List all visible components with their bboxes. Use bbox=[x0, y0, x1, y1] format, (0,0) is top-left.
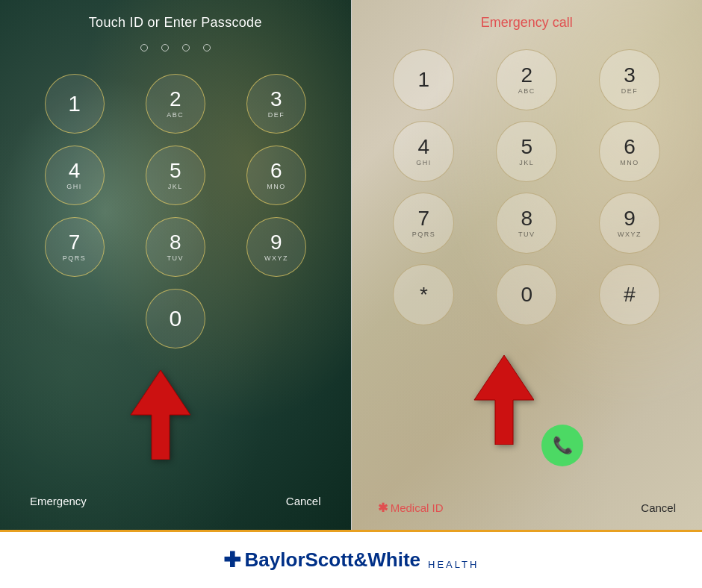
medical-id-star: ✱ bbox=[378, 501, 388, 514]
right-key-star[interactable]: * bbox=[393, 264, 454, 325]
screens-row: Touch ID or Enter Passcode 1 2 ABC 3 bbox=[0, 0, 702, 530]
right-key-3[interactable]: 3 DEF bbox=[599, 49, 660, 110]
key-2[interactable]: 2 ABC bbox=[146, 74, 205, 134]
right-key-1[interactable]: 1 bbox=[393, 49, 454, 110]
right-key-8[interactable]: 8 TUV bbox=[496, 193, 557, 254]
right-key-6[interactable]: 6 MNO bbox=[599, 121, 660, 182]
right-key-9[interactable]: 9 WXYZ bbox=[599, 193, 660, 254]
key-7[interactable]: 7 PQRS bbox=[45, 217, 105, 277]
right-key-5[interactable]: 5 JKL bbox=[496, 121, 557, 182]
right-key-0[interactable]: 0 bbox=[496, 264, 557, 325]
key-9[interactable]: 9 WXYZ bbox=[246, 217, 306, 277]
call-button[interactable]: 📞 bbox=[541, 425, 583, 466]
right-key-7[interactable]: 7 PQRS bbox=[393, 193, 454, 254]
key-1[interactable]: 1 bbox=[45, 74, 105, 134]
left-panel: Touch ID or Enter Passcode 1 2 ABC 3 bbox=[0, 0, 351, 530]
key-5[interactable]: 5 JKL bbox=[146, 146, 205, 205]
right-arrow bbox=[459, 355, 534, 448]
phone-icon: 📞 bbox=[553, 436, 573, 455]
passcode-dots bbox=[140, 44, 211, 51]
right-key-4[interactable]: 4 GHI bbox=[393, 121, 454, 182]
right-bottom-area: ✱ Medical ID Cancel bbox=[352, 501, 703, 515]
key-3[interactable]: 3 DEF bbox=[246, 74, 306, 134]
dot-3 bbox=[182, 44, 190, 51]
svg-marker-1 bbox=[474, 355, 534, 445]
baylor-health-text: HEALTH bbox=[428, 559, 479, 570]
left-arrow bbox=[116, 370, 190, 463]
footer: ✚ BaylorScott&White HEALTH bbox=[0, 530, 702, 588]
right-key-hash[interactable]: # bbox=[599, 264, 660, 325]
left-cancel-button[interactable]: Cancel bbox=[286, 495, 321, 507]
right-panel: Emergency call 1 2 ABC 3 DEF 4 GHI bbox=[352, 0, 703, 530]
right-key-2[interactable]: 2 ABC bbox=[496, 49, 557, 110]
emergency-button[interactable]: Emergency bbox=[30, 495, 87, 507]
dot-2 bbox=[161, 44, 169, 51]
emergency-call-title: Emergency call bbox=[481, 15, 573, 31]
key-8[interactable]: 8 TUV bbox=[146, 217, 205, 277]
baylor-logo: ✚ BaylorScott&White HEALTH bbox=[223, 548, 479, 572]
key-4[interactable]: 4 GHI bbox=[45, 146, 105, 205]
right-keypad: 1 2 ABC 3 DEF 4 GHI 5 JKL bbox=[352, 49, 703, 325]
right-cancel-button[interactable]: Cancel bbox=[641, 501, 676, 514]
baylor-name-text: BaylorScott&White bbox=[245, 548, 420, 572]
left-bottom-row: Emergency Cancel bbox=[0, 495, 351, 507]
lock-screen-title: Touch ID or Enter Passcode bbox=[89, 15, 262, 31]
dot-4 bbox=[203, 44, 211, 51]
key-0[interactable]: 0 bbox=[146, 289, 205, 348]
dot-1 bbox=[140, 44, 148, 51]
medical-id-label: Medical ID bbox=[391, 501, 444, 514]
key-6[interactable]: 6 MNO bbox=[246, 146, 306, 205]
main-container: Touch ID or Enter Passcode 1 2 ABC 3 bbox=[0, 0, 702, 588]
left-keypad: 1 2 ABC 3 DEF 4 GHI 5 JKL bbox=[0, 74, 351, 348]
baylor-cross-icon: ✚ bbox=[223, 548, 240, 572]
medical-id-button[interactable]: ✱ Medical ID bbox=[378, 501, 444, 515]
svg-marker-0 bbox=[131, 370, 190, 460]
